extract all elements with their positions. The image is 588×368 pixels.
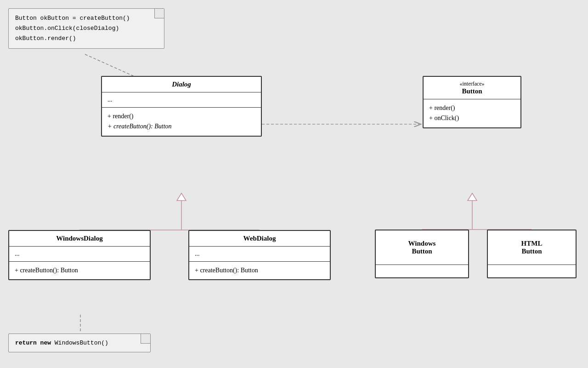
svg-marker-8 [468, 193, 477, 201]
method-createbutton: + createButton(): Button [107, 121, 255, 132]
note-line-1: Button okButton = createButton() [15, 13, 158, 23]
note-line-3: okButton.render() [15, 34, 158, 44]
class-dialog-fields: ... [102, 92, 261, 108]
class-button-methods: + render() + onClick() [424, 99, 520, 127]
note-code-2: return new WindowsButton() [8, 334, 151, 352]
svg-marker-4 [177, 193, 186, 201]
note-code-1: Button okButton = createButton() okButto… [8, 8, 164, 49]
class-dialog-header: Dialog [102, 77, 261, 92]
class-web-dialog: WebDialog ... + createButton(): Button [188, 230, 331, 280]
class-dialog-methods: + render() + createButton(): Button [102, 108, 261, 136]
class-web-dialog-methods: + createButton(): Button [189, 262, 330, 279]
class-windows-button-header: WindowsButton [376, 230, 468, 265]
class-windows-dialog-fields: ... [9, 247, 150, 262]
class-html-button-header: HTMLButton [488, 230, 576, 265]
class-web-dialog-fields: ... [189, 247, 330, 262]
class-button-interface: «interface» Button + render() + onClick(… [423, 76, 521, 128]
diagram-container: Button okButton = createButton() okButto… [0, 0, 588, 368]
method-render: + render() [107, 111, 255, 121]
class-html-button: HTMLButton [487, 230, 577, 278]
class-windows-button: WindowsButton [375, 230, 469, 278]
class-web-dialog-header: WebDialog [189, 231, 330, 247]
class-dialog: Dialog ... + render() + createButton(): … [101, 76, 262, 137]
class-button-header: «interface» Button [424, 77, 520, 99]
connections-svg [0, 0, 588, 368]
class-windows-dialog-header: WindowsDialog [9, 231, 150, 247]
svg-line-0 [85, 54, 133, 76]
class-windows-dialog-methods: + createButton(): Button [9, 262, 150, 279]
note-line-2: okButton.onClick(closeDialog) [15, 23, 158, 34]
class-windows-dialog: WindowsDialog ... + createButton(): Butt… [8, 230, 151, 280]
